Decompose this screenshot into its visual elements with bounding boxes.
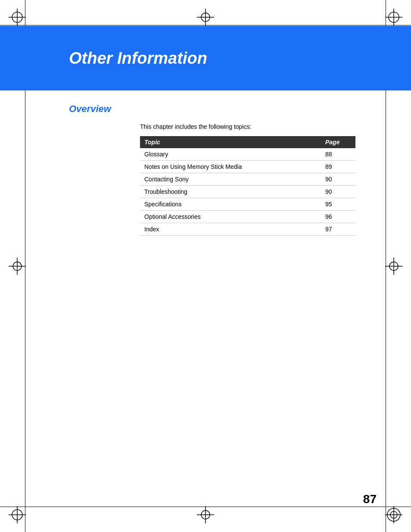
table-cell-topic: Contacting Sony [140, 173, 321, 186]
reg-mark-top-right [385, 9, 402, 26]
table-cell-topic: Index [140, 223, 321, 236]
reg-mark-top-left [9, 9, 26, 26]
reg-mark-bottom-left [9, 506, 26, 523]
reg-mark-top-center [197, 9, 214, 26]
reg-mark-mid-left [9, 258, 26, 275]
table-cell-page: 88 [321, 148, 355, 161]
reg-mark-bottom-center [197, 506, 214, 523]
table-cell-page: 90 [321, 173, 355, 186]
section-heading: Overview [69, 103, 377, 115]
table-row: Glossary88 [140, 148, 355, 161]
intro-text: This chapter includes the following topi… [140, 123, 377, 130]
table-row: Notes on Using Memory Stick Media89 [140, 161, 355, 173]
table-cell-topic: Glossary [140, 148, 321, 161]
reg-mark-bottom-right [385, 506, 402, 523]
column-header-topic: Topic [140, 136, 321, 148]
table-cell-topic: Notes on Using Memory Stick Media [140, 161, 321, 173]
table-cell-page: 96 [321, 211, 355, 223]
table-row: Specifications95 [140, 198, 355, 211]
table-cell-page: 97 [321, 223, 355, 236]
table-cell-topic: Optional Accessories [140, 211, 321, 223]
table-header-row: Topic Page [140, 136, 355, 148]
page-number: 87 [363, 492, 377, 506]
header-banner: Other Information [0, 26, 411, 90]
content-area: Overview This chapter includes the follo… [69, 103, 377, 236]
table-row: Index97 [140, 223, 355, 236]
page-title: Other Information [69, 49, 207, 68]
column-header-page: Page [321, 136, 355, 148]
table-cell-page: 89 [321, 161, 355, 173]
topics-table: Topic Page Glossary88Notes on Using Memo… [140, 136, 355, 236]
table-row: Troubleshooting90 [140, 186, 355, 198]
table-row: Contacting Sony90 [140, 173, 355, 186]
table-cell-page: 95 [321, 198, 355, 211]
table-cell-topic: Troubleshooting [140, 186, 321, 198]
table-row: Optional Accessories96 [140, 211, 355, 223]
reg-mark-mid-right [385, 258, 402, 275]
table-cell-topic: Specifications [140, 198, 321, 211]
table-cell-page: 90 [321, 186, 355, 198]
